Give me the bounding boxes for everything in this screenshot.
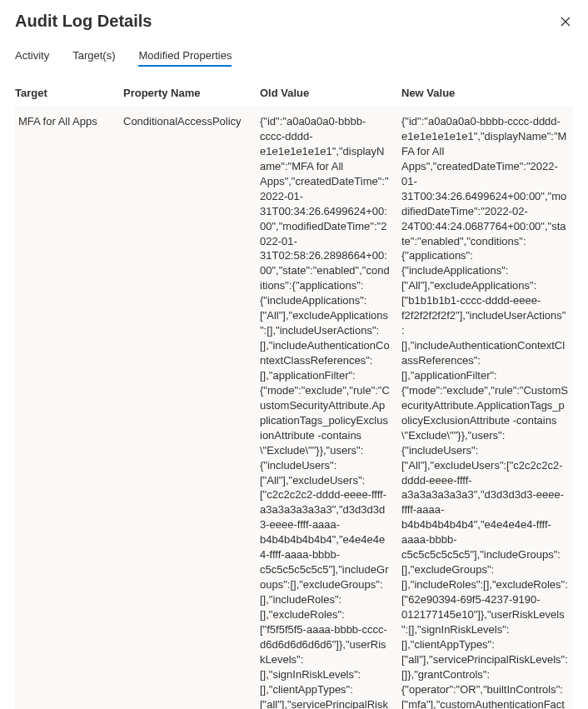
column-header-property[interactable]: Property Name — [123, 78, 260, 106]
audit-log-details-panel: Audit Log Details Activity Target(s) Mod… — [0, 0, 588, 709]
column-header-new-value[interactable]: New Value — [401, 78, 573, 106]
cell-new-value: {"id":"a0a0a0a0-bbbb-cccc-dddd-e1e1e1e1e… — [401, 106, 573, 709]
tab-activity[interactable]: Activity — [15, 49, 49, 67]
cell-target: MFA for All Apps — [15, 106, 123, 709]
table-header-row: Target Property Name Old Value New Value — [15, 78, 573, 106]
tab-bar: Activity Target(s) Modified Properties — [15, 49, 573, 67]
table-row: MFA for All Apps ConditionalAccessPolicy… — [15, 106, 573, 709]
close-button[interactable] — [558, 14, 573, 29]
tab-targets[interactable]: Target(s) — [72, 49, 115, 67]
close-icon — [561, 17, 571, 27]
cell-property: ConditionalAccessPolicy — [123, 106, 260, 709]
modified-properties-table: Target Property Name Old Value New Value… — [15, 78, 573, 709]
column-header-target[interactable]: Target — [15, 78, 123, 106]
panel-title: Audit Log Details — [15, 12, 152, 31]
cell-old-value: {"id":"a0a0a0a0-bbbb-cccc-dddd-e1e1e1e1e… — [260, 106, 401, 709]
panel-header: Audit Log Details — [15, 12, 573, 31]
tab-modified-properties[interactable]: Modified Properties — [138, 49, 232, 67]
column-header-old-value[interactable]: Old Value — [260, 78, 401, 106]
